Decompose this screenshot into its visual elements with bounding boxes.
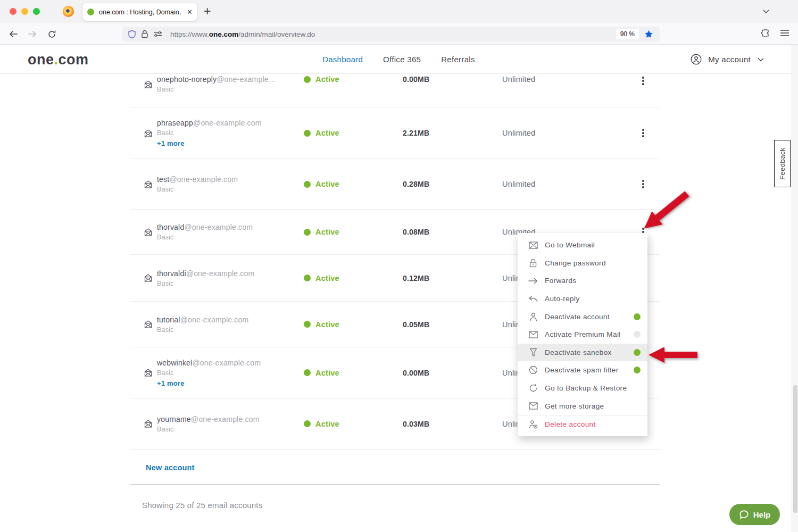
menu-item-deactivate-sanebox[interactable]: Deactivate sanebox: [518, 344, 647, 362]
restore-icon: [528, 384, 538, 393]
mailbox-size: 0.08MB: [403, 228, 429, 236]
mail-account-icon: [144, 419, 153, 428]
status-label: Active: [315, 129, 339, 137]
status-badge: Active: [304, 369, 339, 377]
new-account-link[interactable]: New account: [146, 463, 195, 472]
tab-list-chevron-icon[interactable]: [762, 7, 770, 18]
browser-toolbar: https://www.one.com/admin/mail/overview.…: [0, 23, 798, 45]
status-label: Active: [315, 180, 339, 188]
toggle-state-dot: [634, 313, 641, 320]
mail-account-icon: [144, 129, 153, 138]
ban-icon: [528, 365, 538, 375]
account-cell: phraseapp@one-example.com Basic +1 more: [144, 119, 262, 147]
menu-item-delete-account[interactable]: Delete account: [518, 415, 647, 433]
lock-icon[interactable]: [141, 30, 148, 38]
mail-account-icon: [144, 180, 153, 189]
envelope-icon: [528, 402, 538, 410]
scrollbar-thumb[interactable]: [793, 385, 797, 513]
status-badge: Active: [304, 75, 339, 84]
feedback-tab[interactable]: Feedback: [774, 140, 791, 187]
reload-button[interactable]: [46, 28, 57, 40]
bookmark-star-icon[interactable]: [644, 30, 653, 39]
page-scrollbar[interactable]: [792, 45, 798, 532]
nav-office-365[interactable]: Office 365: [383, 55, 421, 64]
account-cell: onephoto-noreply@one-example… Basic: [144, 75, 276, 93]
one-com-logo[interactable]: one.com: [28, 52, 89, 68]
mail-account-icon: [144, 273, 153, 282]
menu-item-get-more-storage[interactable]: Get more storage: [518, 397, 647, 415]
zoom-level-badge[interactable]: 90 %: [616, 29, 639, 39]
new-tab-button[interactable]: +: [204, 4, 211, 19]
browser-tab-bar: one.com : Hosting, Domain, Ema ✕ +: [0, 0, 798, 23]
status-label: Active: [315, 369, 339, 377]
help-button[interactable]: Help: [729, 504, 780, 525]
menu-item-change-password[interactable]: Change password: [518, 254, 647, 272]
row-kebab-menu-button[interactable]: [638, 178, 648, 190]
webmail-envelope-icon: [528, 242, 538, 249]
status-badge: Active: [304, 228, 339, 236]
account-cell: test@one-example.com Basic: [144, 175, 238, 193]
quota-value: Unlimited: [502, 75, 535, 84]
status-dot: [304, 420, 311, 427]
mail-account-icon: [144, 228, 153, 237]
shield-icon[interactable]: [128, 30, 136, 39]
browser-tab[interactable]: one.com : Hosting, Domain, Ema ✕: [82, 3, 197, 21]
status-dot: [304, 130, 311, 137]
plan-label: Basic: [157, 86, 276, 93]
tab-close-icon[interactable]: ✕: [187, 9, 193, 15]
nav-dashboard[interactable]: Dashboard: [322, 55, 363, 64]
maximize-window-button[interactable]: [33, 8, 40, 15]
plan-label: Basic: [157, 369, 261, 377]
email-address: yourname@one-example.com: [157, 415, 260, 423]
extensions-puzzle-icon[interactable]: [761, 29, 770, 38]
my-account-label: My account: [708, 55, 751, 64]
account-cell: thorvald@one-example.com Basic: [144, 223, 253, 241]
status-label: Active: [315, 420, 339, 428]
row-kebab-menu-button[interactable]: [638, 75, 648, 87]
more-aliases-link[interactable]: +1 more: [157, 139, 262, 147]
mail-account-icon: [144, 368, 153, 377]
hamburger-menu-icon[interactable]: [780, 29, 789, 37]
reply-arrow-icon: [528, 296, 538, 302]
status-label: Active: [315, 320, 339, 329]
more-aliases-link[interactable]: +1 more: [157, 379, 261, 387]
envelope-icon: [528, 331, 538, 338]
back-button[interactable]: [7, 28, 19, 40]
menu-item-deactivate-account[interactable]: Deactivate account: [518, 307, 647, 326]
nav-referrals[interactable]: Referrals: [441, 55, 475, 64]
status-badge: Active: [304, 420, 339, 428]
mail-account-icon: [144, 320, 153, 329]
mailbox-size: 0.03MB: [403, 420, 429, 428]
forward-button[interactable]: [27, 28, 38, 40]
mailbox-size: 0.12MB: [403, 274, 429, 282]
status-dot: [304, 181, 311, 188]
plan-label: Basic: [157, 234, 253, 241]
plan-label: Basic: [157, 186, 238, 193]
url-bar[interactable]: https://www.one.com/admin/mail/overview.…: [122, 27, 660, 41]
mailbox-size: 0.00MB: [403, 369, 429, 377]
mailbox-size: 0.00MB: [403, 75, 429, 84]
row-kebab-menu-button[interactable]: [638, 127, 648, 139]
menu-item-activate-premium-mail[interactable]: Activate Premium Mail: [518, 326, 647, 344]
menu-item-auto-reply[interactable]: Auto-reply: [518, 290, 647, 308]
menu-item-go-to-backup-restore[interactable]: Go to Backup & Restore: [518, 379, 647, 397]
menu-item-go-to-webmail[interactable]: Go to Webmail: [518, 236, 647, 254]
status-dot: [304, 321, 311, 328]
status-badge: Active: [304, 274, 339, 282]
account-context-menu: Go to Webmail Change password Forwards A…: [518, 233, 647, 436]
minimize-window-button[interactable]: [21, 8, 28, 15]
arrow-right-icon: [528, 278, 538, 284]
menu-item-forwards[interactable]: Forwards: [518, 272, 647, 290]
firefox-icon: [63, 6, 74, 17]
plan-label: Basic: [157, 280, 254, 287]
accounts-count-text: Showing 25 of 25 email accounts: [142, 501, 262, 510]
funnel-icon: [528, 348, 538, 357]
permissions-icon[interactable]: [153, 30, 162, 38]
person-delete-icon: [528, 420, 538, 429]
email-address: tutorial@one-example.com: [157, 315, 248, 324]
my-account-menu[interactable]: My account: [691, 45, 764, 74]
table-row: onephoto-noreply@one-example… Basic Acti…: [130, 74, 660, 107]
status-dot: [304, 76, 311, 83]
close-window-button[interactable]: [10, 8, 16, 15]
menu-item-deactivate-spam-filter[interactable]: Deactivate spam filter: [518, 361, 647, 379]
